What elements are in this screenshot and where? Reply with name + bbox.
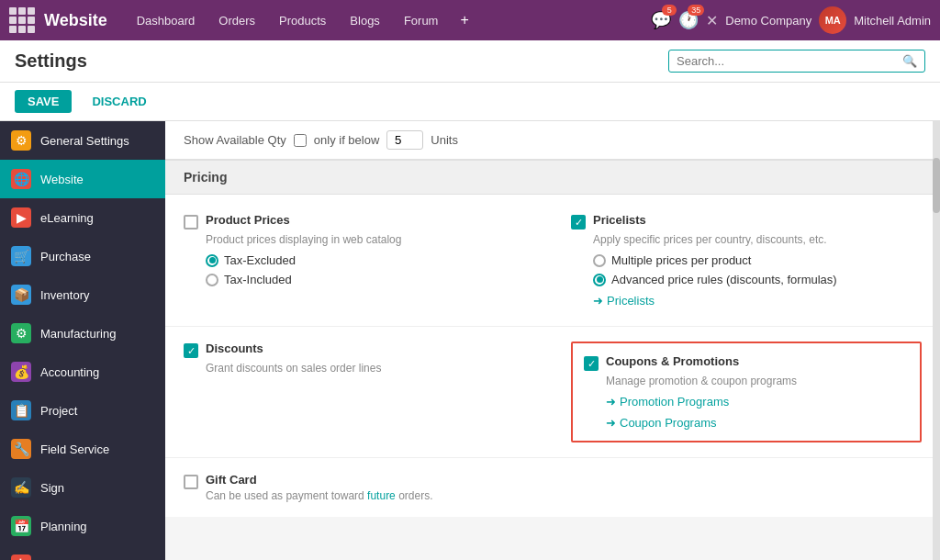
product-prices-checkbox[interactable] (184, 215, 198, 230)
sidebar-label-planning: Planning (40, 520, 87, 533)
gift-card-setting: Gift Card Can be used as payment toward … (165, 457, 940, 517)
discard-button[interactable]: DISCARD (79, 90, 159, 113)
product-prices-row: Product Prices (184, 213, 534, 230)
promotion-arrow-icon: ➜ (606, 395, 616, 409)
scrollbar-thumb[interactable] (933, 158, 940, 213)
brand-name[interactable]: Website (44, 11, 107, 30)
website-icon: 🌐 (11, 169, 31, 189)
sidebar-label-fieldservice: Field Service (40, 442, 109, 456)
project-icon: 📋 (11, 400, 31, 420)
advanced-price-label: Advanced price rules (discounts, formula… (611, 273, 837, 286)
elearning-icon: ▶ (11, 207, 31, 228)
manufacturing-icon: ⚙ (11, 323, 31, 343)
only-if-below-label: only if below (314, 133, 380, 147)
sidebar-label-website: Website (40, 173, 84, 186)
tax-radio-group: Tax-Excluded Tax-Included (206, 253, 534, 286)
nav-add-button[interactable]: + (451, 6, 477, 34)
nav-orders[interactable]: Orders (207, 8, 266, 33)
sidebar-item-general-settings[interactable]: ⚙ General Settings (0, 121, 165, 160)
qty-value-input[interactable] (386, 130, 423, 150)
search-bar[interactable]: 🔍 (668, 50, 925, 73)
main-layout: ⚙ General Settings 🌐 Website ▶ eLearning… (0, 121, 940, 560)
pricelists-title: Pricelists (593, 213, 646, 227)
pricelists-desc: Apply specific prices per country, disco… (593, 233, 922, 246)
inventory-icon: 📦 (11, 285, 31, 305)
sidebar-item-inventory[interactable]: 📦 Inventory (0, 275, 165, 314)
discounts-setting: Discounts Grant discounts on sales order… (184, 342, 534, 442)
sidebar-item-elearning[interactable]: ▶ eLearning (0, 198, 165, 237)
pricelists-checkbox[interactable] (571, 215, 586, 230)
pricing-top-grid: Product Prices Product prices displaying… (165, 195, 940, 326)
coupons-row: Coupons & Promotions (584, 354, 909, 371)
sidebar-label-general: General Settings (40, 134, 129, 148)
coupons-title: Coupons & Promotions (606, 354, 739, 368)
discounts-row: Discounts (184, 342, 534, 358)
nav-products[interactable]: Products (268, 8, 337, 33)
messages-badge: 5 (662, 5, 677, 16)
pricelists-radio-group: Multiple prices per product Advanced pri… (593, 253, 922, 286)
user-name[interactable]: Mitchell Admin (854, 14, 931, 28)
multiple-prices-label: Multiple prices per product (611, 253, 751, 267)
page-title: Settings (15, 50, 87, 72)
company-name[interactable]: Demo Company (725, 14, 811, 28)
sidebar-label-elearning: eLearning (40, 211, 94, 225)
multiple-prices-radio[interactable]: Multiple prices per product (593, 253, 922, 267)
pricing-section-header: Pricing (165, 160, 940, 195)
nav-blogs[interactable]: Blogs (339, 8, 391, 33)
messages-button[interactable]: 💬 5 (651, 10, 671, 30)
sidebar-item-sign[interactable]: ✍ Sign (0, 468, 165, 507)
sidebar-label-purchase: Purchase (40, 250, 91, 263)
gift-card-checkbox[interactable] (184, 475, 198, 489)
tax-included-circle (206, 274, 218, 286)
multiple-prices-circle (593, 254, 606, 267)
coupon-programs-label: Coupon Programs (620, 416, 717, 430)
show-qty-checkbox[interactable] (294, 134, 307, 147)
arrow-icon: ➜ (593, 294, 603, 308)
promotion-programs-label: Promotion Programs (620, 395, 729, 409)
nav-forum[interactable]: Forum (393, 8, 450, 33)
app-grid-menu[interactable] (9, 7, 35, 33)
pricelists-link-label: Pricelists (607, 294, 655, 308)
sidebar-item-timesheets[interactable]: ⏱ Timesheets (0, 545, 165, 560)
product-prices-title: Product Prices (206, 213, 290, 227)
activities-button[interactable]: 🕐 35 (678, 10, 699, 30)
sidebar-label-accounting: Accounting (40, 365, 99, 379)
tax-excluded-radio[interactable]: Tax-Excluded (206, 253, 534, 267)
content-area: Show Available Qty only if below Units P… (165, 121, 940, 560)
nav-dashboard[interactable]: Dashboard (126, 8, 207, 33)
coupon-programs-link[interactable]: ➜ Coupon Programs (606, 416, 909, 430)
sidebar-item-field-service[interactable]: 🔧 Field Service (0, 430, 165, 468)
sidebar-item-website[interactable]: 🌐 Website (0, 160, 165, 198)
sidebar-item-purchase[interactable]: 🛒 Purchase (0, 237, 165, 275)
advanced-price-radio[interactable]: Advanced price rules (discounts, formula… (593, 273, 922, 286)
show-available-qty-row: Show Available Qty only if below Units (165, 121, 940, 160)
close-icon[interactable]: ✕ (706, 12, 718, 29)
gift-card-desc: Can be used as payment toward future ord… (206, 489, 922, 502)
sidebar-item-manufacturing[interactable]: ⚙ Manufacturing (0, 314, 165, 353)
tax-included-radio[interactable]: Tax-Included (206, 273, 534, 286)
promotion-programs-link[interactable]: ➜ Promotion Programs (606, 395, 909, 409)
discounts-checkbox[interactable] (184, 343, 198, 358)
sidebar-item-planning[interactable]: 📅 Planning (0, 507, 165, 545)
avatar[interactable]: MA (819, 6, 846, 34)
search-input[interactable] (677, 54, 902, 68)
coupons-checkbox[interactable] (584, 356, 599, 371)
pricelists-row: Pricelists (571, 213, 922, 230)
discounts-desc: Grant discounts on sales order lines (206, 362, 534, 375)
gear-icon: ⚙ (11, 130, 31, 151)
sidebar-item-accounting[interactable]: 💰 Accounting (0, 353, 165, 391)
save-button[interactable]: SAVE (15, 90, 72, 113)
discounts-title: Discounts (206, 342, 263, 355)
discounts-coupons-row: Discounts Grant discounts on sales order… (165, 326, 940, 457)
activities-badge: 35 (688, 5, 704, 16)
pricelists-link[interactable]: ➜ Pricelists (593, 294, 922, 308)
sidebar-item-project[interactable]: 📋 Project (0, 391, 165, 430)
content-scrollbar[interactable] (933, 121, 940, 560)
purchase-icon: 🛒 (11, 246, 31, 266)
future-link[interactable]: future (367, 489, 396, 502)
units-label: Units (431, 133, 458, 147)
tax-included-label: Tax-Included (224, 273, 292, 286)
show-qty-label: Show Available Qty (184, 133, 286, 147)
timesheets-icon: ⏱ (11, 554, 31, 560)
search-icon[interactable]: 🔍 (902, 54, 917, 68)
